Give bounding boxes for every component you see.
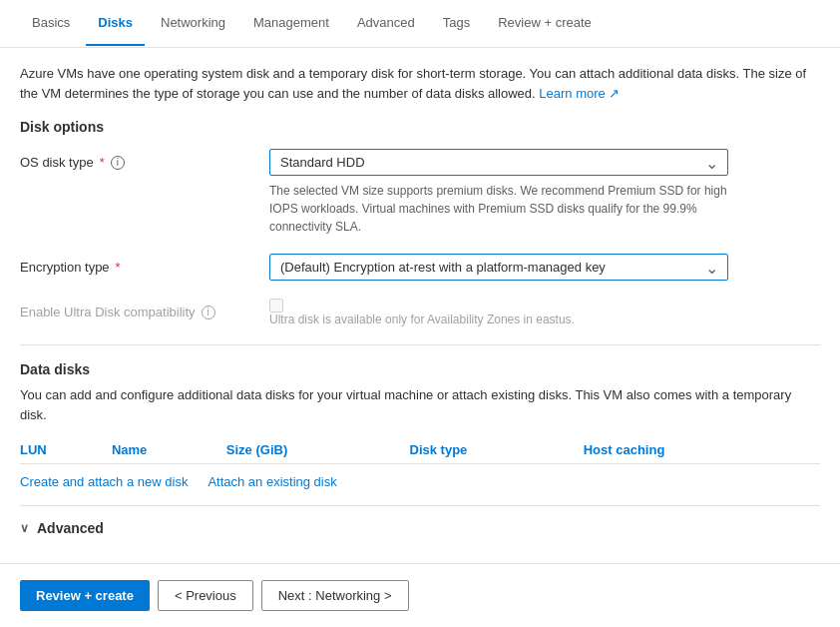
col-name: Name	[112, 436, 226, 464]
top-navigation: BasicsDisksNetworkingManagementAdvancedT…	[0, 0, 840, 48]
encryption-type-label: Encryption type *	[20, 254, 269, 275]
encryption-type-control: (Default) Encryption at-rest with a plat…	[269, 254, 820, 281]
ultra-disk-label: Enable Ultra Disk compatibility i	[20, 299, 269, 319]
os-disk-type-label: OS disk type * i	[20, 149, 269, 170]
nav-tab-review-create[interactable]: Review + create	[486, 1, 604, 46]
info-description: Azure VMs have one operating system disk…	[20, 64, 820, 103]
ultra-disk-checkbox-item	[269, 299, 820, 313]
review-create-button[interactable]: Review + create	[20, 580, 150, 611]
nav-tab-basics[interactable]: Basics	[20, 1, 82, 46]
ultra-disk-info-icon[interactable]: i	[202, 306, 215, 319]
os-disk-type-hint: The selected VM size supports premium di…	[269, 182, 728, 236]
os-disk-type-control: Premium SSDStandard SSDStandard HDD The …	[269, 149, 820, 236]
encryption-type-row: Encryption type * (Default) Encryption a…	[20, 254, 820, 281]
ultra-disk-control: Ultra disk is available only for Availab…	[269, 299, 820, 326]
main-content: Azure VMs have one operating system disk…	[0, 48, 840, 563]
footer: Review + create < Previous Next : Networ…	[0, 563, 840, 627]
nav-tab-advanced[interactable]: Advanced	[345, 1, 427, 46]
advanced-toggle[interactable]: ∨ Advanced	[20, 520, 820, 536]
os-disk-info-icon[interactable]: i	[111, 156, 125, 170]
nav-tab-disks[interactable]: Disks	[86, 1, 145, 46]
encryption-type-select[interactable]: (Default) Encryption at-rest with a plat…	[269, 254, 728, 281]
attach-existing-disk-link[interactable]: Attach an existing disk	[208, 474, 336, 489]
col-lun: LUN	[20, 436, 112, 464]
ultra-disk-hint: Ultra disk is available only for Availab…	[269, 313, 820, 326]
col-size: Size (GiB)	[226, 436, 410, 464]
advanced-chevron-icon: ∨	[20, 521, 29, 535]
col-host_caching: Host caching	[584, 436, 820, 464]
nav-tab-tags[interactable]: Tags	[431, 1, 482, 46]
disk-table-header-row: LUNNameSize (GiB)Disk typeHost caching	[20, 436, 820, 464]
disk-table: LUNNameSize (GiB)Disk typeHost caching	[20, 436, 820, 464]
next-button[interactable]: Next : Networking >	[261, 580, 409, 611]
required-asterisk: *	[100, 155, 105, 170]
nav-tab-management[interactable]: Management	[241, 1, 341, 46]
ultra-disk-checkbox[interactable]	[269, 299, 283, 313]
previous-button[interactable]: < Previous	[158, 580, 253, 611]
section-divider	[20, 344, 820, 345]
os-disk-type-select[interactable]: Premium SSDStandard SSDStandard HDD	[269, 149, 728, 176]
disk-actions: Create and attach a new disk Attach an e…	[20, 474, 820, 489]
data-disks-description: You can add and configure additional dat…	[20, 385, 820, 424]
create-attach-disk-link[interactable]: Create and attach a new disk	[20, 474, 188, 489]
encryption-required-asterisk: *	[116, 260, 121, 275]
learn-more-link[interactable]: Learn more ↗	[539, 86, 620, 101]
advanced-section: ∨ Advanced	[20, 505, 820, 536]
disk-options-title: Disk options	[20, 119, 820, 135]
ultra-disk-row: Enable Ultra Disk compatibility i Ultra …	[20, 299, 820, 326]
os-disk-type-row: OS disk type * i Premium SSDStandard SSD…	[20, 149, 820, 236]
nav-tab-networking[interactable]: Networking	[149, 1, 237, 46]
advanced-title: Advanced	[37, 520, 104, 536]
disk-table-header: LUNNameSize (GiB)Disk typeHost caching	[20, 436, 820, 464]
encryption-type-dropdown-wrapper: (Default) Encryption at-rest with a plat…	[269, 254, 728, 281]
data-disks-title: Data disks	[20, 361, 820, 377]
col-disk_type: Disk type	[410, 436, 584, 464]
os-disk-type-dropdown-wrapper: Premium SSDStandard SSDStandard HDD	[269, 149, 728, 176]
